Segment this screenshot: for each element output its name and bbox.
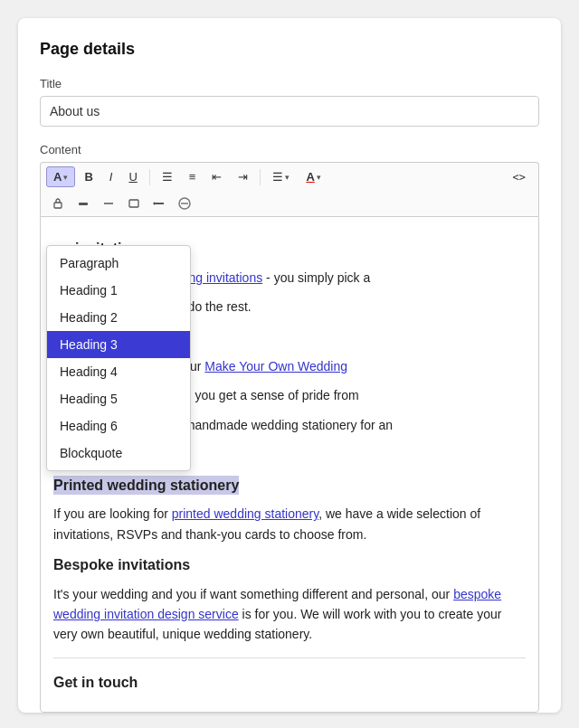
dropdown-item-heading4[interactable]: Heading 4	[47, 358, 190, 385]
toolbar-row2: Paragraph Heading 1 Heading 2 Heading 3 …	[40, 191, 539, 216]
lock-icon-button[interactable]	[46, 194, 70, 213]
indent-increase-button[interactable]: ⇥	[231, 166, 255, 187]
link-printed-stationery[interactable]: printed wedding stationery	[172, 506, 318, 521]
heading-printed-stationery: Printed wedding stationery	[53, 474, 526, 497]
unordered-list-icon: ☰	[162, 170, 173, 184]
format-dropdown-button[interactable]: A ▾	[46, 166, 75, 187]
heading-get-in-touch: Get in touch	[53, 671, 526, 695]
font-color-icon: A	[306, 170, 314, 184]
dash-icon-button[interactable]	[97, 194, 120, 213]
dropdown-item-heading3[interactable]: Heading 3	[47, 331, 190, 358]
rect-icon-button[interactable]	[122, 194, 146, 213]
font-color-button[interactable]: A ▾	[299, 166, 327, 187]
underline-button[interactable]: U	[121, 166, 144, 187]
source-icon: <>	[513, 171, 526, 184]
no-entry-icon-button[interactable]	[173, 194, 196, 213]
italic-icon: I	[109, 170, 113, 184]
toolbar-row1: A ▾ B I U ☰ ≡ ⇤ ⇥ ☰ ▾ A	[40, 162, 539, 191]
square-icon-button[interactable]	[71, 194, 95, 213]
format-dropdown: Paragraph Heading 1 Heading 2 Heading 3 …	[46, 245, 191, 471]
chevron-down-icon: ▾	[63, 173, 68, 182]
font-color-chevron-icon: ▾	[317, 173, 321, 182]
separator2	[260, 169, 261, 185]
page-title: Page details	[40, 40, 539, 59]
title-input[interactable]	[40, 96, 539, 127]
minus-icon-button[interactable]	[147, 194, 171, 213]
ordered-list-icon: ≡	[189, 170, 196, 184]
para-printed-stationery: If you are looking for printed wedding s…	[53, 504, 526, 544]
dropdown-item-heading5[interactable]: Heading 5	[47, 385, 190, 412]
align-chevron-icon: ▾	[285, 173, 290, 182]
content-label: Content	[40, 143, 539, 156]
bold-icon: B	[84, 170, 92, 184]
indent-decrease-icon: ⇤	[212, 170, 222, 184]
separator1	[149, 169, 150, 185]
dropdown-item-blockquote[interactable]: Blockquote	[47, 440, 190, 467]
italic-button[interactable]: I	[102, 166, 120, 187]
heading-bespoke: Bespoke invitations	[53, 553, 526, 577]
source-button[interactable]: <>	[506, 167, 533, 187]
format-icon: A	[53, 170, 62, 184]
divider	[53, 657, 526, 658]
page-details-card: Page details Title Content A ▾ B I U ☰ ≡…	[18, 18, 561, 713]
indent-increase-icon: ⇥	[238, 170, 248, 184]
unordered-list-button[interactable]: ☰	[155, 166, 180, 187]
align-button[interactable]: ☰ ▾	[265, 166, 297, 187]
dropdown-item-paragraph[interactable]: Paragraph	[47, 250, 190, 277]
printed-heading-text: Printed wedding stationery	[53, 476, 239, 495]
dropdown-item-heading2[interactable]: Heading 2	[47, 304, 190, 331]
svg-marker-5	[153, 202, 155, 205]
align-icon: ☰	[272, 170, 283, 184]
indent-decrease-button[interactable]: ⇤	[204, 166, 229, 187]
svg-rect-1	[79, 203, 88, 205]
link-make-own[interactable]: Make Your Own Wedding	[204, 359, 347, 373]
title-label: Title	[40, 77, 539, 90]
para-bespoke: It's your wedding and you if want someth…	[53, 584, 526, 645]
ordered-list-button[interactable]: ≡	[182, 166, 204, 187]
svg-rect-3	[129, 200, 138, 207]
underline-icon: U	[128, 170, 137, 184]
dropdown-item-heading6[interactable]: Heading 6	[47, 412, 190, 440]
bold-button[interactable]: B	[77, 166, 100, 187]
svg-rect-0	[54, 203, 62, 208]
dropdown-item-heading1[interactable]: Heading 1	[47, 277, 190, 304]
